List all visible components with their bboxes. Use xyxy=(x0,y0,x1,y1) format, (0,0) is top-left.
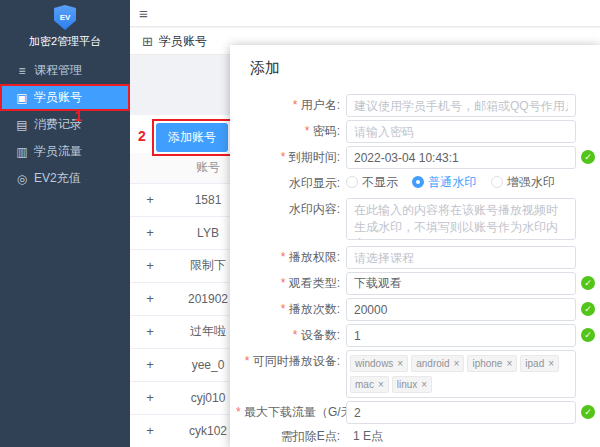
annotation-box: 添加账号 xyxy=(152,119,232,156)
watch-type-select[interactable]: 下载观看 xyxy=(346,272,576,295)
watermark-content-label: 水印内容: xyxy=(236,198,346,221)
username-input[interactable] xyxy=(346,94,576,117)
play-devices-multiselect[interactable]: windows × android × iphone × ipad × mac xyxy=(346,350,576,398)
device-tag: android × xyxy=(411,355,464,372)
max-traffic-label: 最大下载流量（G/天）: xyxy=(236,401,346,424)
device-tag: linux × xyxy=(392,376,432,393)
radio-selected-icon xyxy=(412,176,424,188)
add-account-button[interactable]: 添加账号 xyxy=(156,123,228,152)
watch-type-label: 观看类型: xyxy=(236,272,346,295)
field-password: 密码: xyxy=(236,120,600,143)
topbar: ≡ xyxy=(130,0,600,27)
shield-logo-icon: EV xyxy=(54,5,76,30)
play-devices-label: 可同时播放设备: xyxy=(236,350,346,373)
traffic-icon: ▥ xyxy=(14,145,30,159)
recharge-icon: ◎ xyxy=(14,172,30,186)
valid-check-icon: ✓ xyxy=(581,276,595,290)
expand-row-icon[interactable]: + xyxy=(130,216,170,249)
sidebar: EV 加密2管理平台 ≡ 课程管理 ▣ 学员账号 ▤ 消费记录 ▥ 学员流量 ◎… xyxy=(0,0,130,447)
courses-icon: ≡ xyxy=(14,64,30,78)
field-device-count: 设备数: ✓ xyxy=(236,324,600,347)
field-play-permission: 播放权限: xyxy=(236,246,600,269)
hamburger-icon[interactable]: ≡ xyxy=(139,5,148,22)
sidebar-item-label: EV2充值 xyxy=(34,170,81,187)
tag-close-icon[interactable]: × xyxy=(378,379,384,390)
add-account-dialog: 添加 用户名: 密码: 到期时间: ✓ 水印显示: 不显示 普通水印 xyxy=(230,45,600,447)
sidebar-item-ev2-recharge[interactable]: ◎ EV2充值 xyxy=(0,165,130,192)
breadcrumb-title: 学员账号 xyxy=(159,33,207,50)
expand-row-icon[interactable]: + xyxy=(130,315,170,348)
grid-icon: ⊞ xyxy=(142,34,153,49)
dialog-title: 添加 xyxy=(236,59,600,78)
play-permission-select[interactable] xyxy=(346,246,576,269)
deduct-points-value: 1 E点 xyxy=(346,427,383,445)
field-play-devices: 可同时播放设备: windows × android × iphone × ip… xyxy=(236,350,600,398)
watermark-radio-group: 不显示 普通水印 增强水印 xyxy=(346,172,576,192)
annotation-step-1: 1 xyxy=(74,108,82,124)
expand-row-icon[interactable]: + xyxy=(130,249,170,282)
tag-close-icon[interactable]: × xyxy=(548,358,554,369)
field-expire-time: 到期时间: ✓ xyxy=(236,146,600,169)
valid-check-icon: ✓ xyxy=(581,328,595,342)
sidebar-item-student-traffic[interactable]: ▥ 学员流量 xyxy=(0,138,130,165)
device-tag: mac × xyxy=(350,376,389,393)
account-icon: ▣ xyxy=(14,91,30,105)
field-username: 用户名: xyxy=(236,94,600,117)
annotation-step-2: 2 xyxy=(138,128,146,144)
password-input[interactable] xyxy=(346,120,576,143)
field-watch-type: 观看类型: 下载观看 ✓ xyxy=(236,272,600,295)
expander-header xyxy=(130,153,170,183)
tag-close-icon[interactable]: × xyxy=(506,358,512,369)
valid-check-icon: ✓ xyxy=(581,302,595,316)
field-watermark-display: 水印显示: 不显示 普通水印 增强水印 xyxy=(236,172,600,195)
device-count-label: 设备数: xyxy=(236,324,346,347)
expire-label: 到期时间: xyxy=(236,146,346,169)
records-icon: ▤ xyxy=(14,118,30,132)
expire-time-input[interactable] xyxy=(346,146,576,169)
max-traffic-input[interactable] xyxy=(346,401,576,424)
watermark-display-label: 水印显示: xyxy=(236,172,346,195)
field-play-count: 播放次数: ✓ xyxy=(236,298,600,321)
app-title: 加密2管理平台 xyxy=(0,34,130,49)
expand-row-icon[interactable]: + xyxy=(130,348,170,381)
field-watermark-content: 水印内容: xyxy=(236,198,600,243)
play-permission-label: 播放权限: xyxy=(236,246,346,269)
expand-row-icon[interactable]: + xyxy=(130,381,170,414)
tag-close-icon[interactable]: × xyxy=(454,358,460,369)
field-max-traffic: 最大下载流量（G/天）: ✓ xyxy=(236,401,600,424)
expand-row-icon[interactable]: + xyxy=(130,183,170,216)
device-tag: windows × xyxy=(350,355,408,372)
sidebar-item-consumption-records[interactable]: ▤ 消费记录 xyxy=(0,111,130,138)
expand-row-icon[interactable]: + xyxy=(130,282,170,315)
watermark-content-textarea[interactable] xyxy=(346,198,576,240)
sidebar-item-courses[interactable]: ≡ 课程管理 xyxy=(0,57,130,84)
sidebar-item-label: 课程管理 xyxy=(34,62,82,79)
deduct-points-label: 需扣除E点: xyxy=(236,427,346,445)
device-tag: ipad × xyxy=(520,355,559,372)
radio-normal-watermark[interactable]: 普通水印 xyxy=(412,172,476,192)
tag-close-icon[interactable]: × xyxy=(397,358,403,369)
field-deduct-points: 需扣除E点: 1 E点 xyxy=(236,427,600,445)
sidebar-menu: ≡ 课程管理 ▣ 学员账号 ▤ 消费记录 ▥ 学员流量 ◎ EV2充值 xyxy=(0,57,130,192)
device-count-input[interactable] xyxy=(346,324,576,347)
valid-check-icon: ✓ xyxy=(581,405,595,419)
radio-no-watermark[interactable]: 不显示 xyxy=(346,172,398,192)
username-label: 用户名: xyxy=(236,94,346,117)
play-count-input[interactable] xyxy=(346,298,576,321)
password-label: 密码: xyxy=(236,120,346,143)
sidebar-item-student-accounts[interactable]: ▣ 学员账号 xyxy=(0,84,130,111)
expand-row-icon[interactable]: + xyxy=(130,414,170,447)
radio-icon xyxy=(491,176,503,188)
tag-close-icon[interactable]: × xyxy=(421,379,427,390)
sidebar-item-label: 学员账号 xyxy=(34,89,82,106)
app-logo: EV 加密2管理平台 xyxy=(0,0,130,49)
radio-enhanced-watermark[interactable]: 增强水印 xyxy=(491,172,555,192)
device-tag: iphone × xyxy=(467,355,517,372)
sidebar-item-label: 学员流量 xyxy=(34,143,82,160)
valid-check-icon: ✓ xyxy=(581,150,595,164)
radio-icon xyxy=(346,176,358,188)
play-count-label: 播放次数: xyxy=(236,298,346,321)
